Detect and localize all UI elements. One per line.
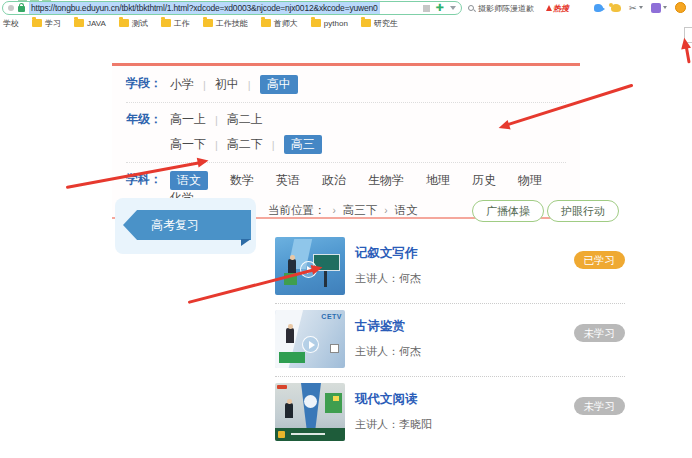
bookmark-folder[interactable]: 学习 [32,18,61,29]
folder-icon [32,19,42,27]
folder-icon [311,19,321,27]
scissors-icon[interactable]: ✂ [629,3,637,13]
folder-icon [203,19,213,27]
divider: | [248,79,251,91]
breadcrumb-label: 当前位置： [268,203,326,218]
divider: | [215,139,218,151]
chevron-down-icon[interactable] [450,6,456,10]
extension-icons: ✂ [594,1,686,14]
video-speaker: 主讲人：何杰 [355,344,421,359]
stage-option-senior-selected[interactable]: 高中 [260,75,298,94]
video-speaker: 主讲人：何杰 [355,271,421,286]
grade-option-g3-selected[interactable]: 高三 [284,135,322,154]
video-item-narrative-writing: 记叙文写作 主讲人：何杰 已学习 [275,231,625,303]
browser-toolbar: https://tongbu.eduyun.cn/tbkt/tbkthtml/1… [0,0,692,16]
eye-care-button[interactable]: 护眼行动 [547,200,619,222]
bookmark-folder[interactable]: 测试 [119,18,148,29]
qr-code [330,344,339,353]
bookmark-folder[interactable]: python [311,19,348,28]
divider: | [203,79,206,91]
presenter-figure [288,259,296,274]
flame-icon [546,5,552,11]
bookmark-folder[interactable]: 首师大 [261,18,298,29]
extension-flash-icon[interactable]: ✚ [436,4,444,12]
subject-option-chinese-selected[interactable]: 语文 [170,171,208,190]
subject-option-history[interactable]: 历史 [472,172,496,189]
video-item-poetry-appreciation: CETV 古诗鉴赏 主讲人：何杰 未学习 [275,303,625,376]
grade-label: 年级： [126,111,170,128]
purple-extension-icon[interactable] [651,3,661,13]
breadcrumb: 当前位置： › 高三下 › 语文 [268,203,418,218]
bird-extension-icon[interactable] [594,4,603,12]
breadcrumb-subject[interactable]: 语文 [395,203,418,218]
folder-icon [119,19,129,27]
breadcrumb-grade[interactable]: 高三下 [343,203,378,218]
dropdown-arrow-icon[interactable] [663,6,667,9]
purple-extension[interactable] [651,3,667,13]
quick-search[interactable]: 摄影师陈漫道歉 热搜 [468,2,569,14]
reader-mode-icon[interactable] [423,5,430,12]
subject-option-math[interactable]: 数学 [230,172,254,189]
stage-option-junior[interactable]: 初中 [215,76,239,93]
video-title[interactable]: 记叙文写作 [355,245,421,262]
duck-extension-icon[interactable] [611,4,621,12]
ribbon-fold [241,239,251,246]
subject-option-geography[interactable]: 地理 [426,172,450,189]
play-icon[interactable] [302,336,319,353]
grade-option-g2-2[interactable]: 高二下 [227,136,263,153]
grade-option-g2-1[interactable]: 高二上 [227,111,263,128]
gaokao-review-banner[interactable]: 高考复习 [123,210,251,240]
url-text[interactable]: https://tongbu.eduyun.cn/tbkt/tbkthtml/1… [29,2,380,14]
stage-option-primary[interactable]: 小学 [170,76,194,93]
status-badge-unlearned: 未学习 [574,397,626,415]
grade-row: 年级： 高一上 | 高二上 高一下 | 高二下 | 高三 [126,111,580,154]
status-badge-unlearned: 未学习 [574,324,626,342]
bookmark-folder[interactable]: JAVA [74,19,106,28]
grade-option-g1-2[interactable]: 高一下 [170,136,206,153]
subject-option-physics[interactable]: 物理 [518,172,542,189]
status-badge-learned: 已学习 [574,251,626,269]
orange-extension-icon[interactable] [675,2,686,13]
hot-search-label: 热搜 [553,3,569,14]
breadcrumb-separator: › [384,205,387,216]
video-title[interactable]: 古诗鉴赏 [355,318,421,335]
video-thumbnail[interactable] [275,383,345,441]
divider: | [215,114,218,126]
presenter-figure [285,403,293,418]
address-bar[interactable]: https://tongbu.eduyun.cn/tbkt/tbkthtml/1… [2,1,462,15]
filter-panel: 学段： 小学 | 初中 | 高中 年级： 高一上 | 高二上 高一下 | [112,63,580,219]
subject-option-biology[interactable]: 生物学 [368,172,404,189]
folder-icon [261,19,271,27]
video-speaker: 主讲人：李晓阳 [355,417,432,432]
hot-search-badge: 热搜 [546,3,569,14]
bookmark-folder[interactable]: 工作 [161,18,190,29]
video-thumbnail[interactable]: CETV [275,310,345,368]
screenshot-root: https://tongbu.eduyun.cn/tbkt/tbkthtml/1… [0,0,692,458]
bookmarks-bar: 学校 学习 JAVA 测试 工作 工作技能 首师大 python 研究生 [0,16,692,30]
subject-option-politics[interactable]: 政治 [322,172,346,189]
stage-row: 学段： 小学 | 初中 | 高中 [126,75,580,94]
bookmark-folder[interactable]: 研究生 [361,18,398,29]
sidebar-banner-card: 高考复习 [115,198,256,254]
video-list: 记叙文写作 主讲人：何杰 已学习 CETV 古诗鉴赏 主讲人：何杰 [275,231,625,449]
folder-icon [361,19,371,27]
breadcrumb-separator: › [333,205,336,216]
search-suggestion-text[interactable]: 摄影师陈漫道歉 [478,3,534,14]
grade-option-g1-1[interactable]: 高一上 [170,111,206,128]
screenshot-extension[interactable]: ✂ [629,3,643,13]
search-icon [468,5,474,11]
cetv-logo: CETV [321,313,342,320]
broadcast-exercise-button[interactable]: 广播体操 [472,200,544,222]
bookmark-folder[interactable]: 工作技能 [203,18,248,29]
divider [126,102,566,103]
video-item-modern-reading: 现代文阅读 主讲人：李晓阳 未学习 [275,376,625,449]
subject-option-english[interactable]: 英语 [276,172,300,189]
annotation-arrow-top-right [685,46,691,63]
divider: | [272,139,275,151]
lock-icon[interactable] [18,6,25,12]
video-title[interactable]: 现代文阅读 [355,391,432,408]
presenter-figure [286,328,294,343]
bookmark-folder[interactable]: 学校 [0,18,19,29]
folder-icon [74,19,84,27]
dropdown-arrow-icon[interactable] [639,6,643,9]
